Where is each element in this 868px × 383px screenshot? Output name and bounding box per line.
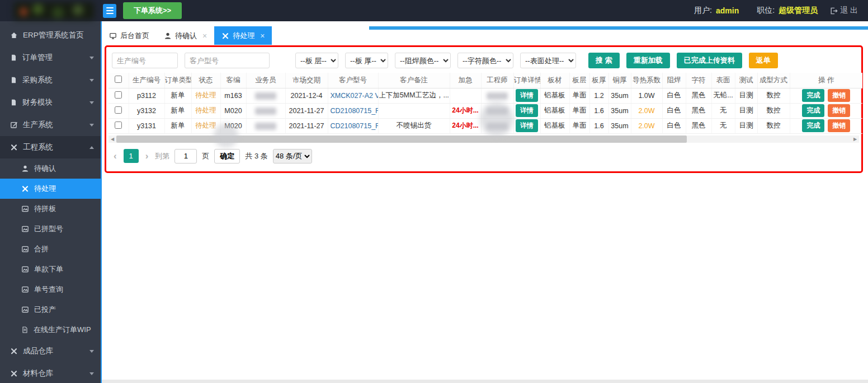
sidebar-item-online-wip[interactable]: 在线生产订单WIP (0, 320, 101, 340)
cell-thickness: 1.6 (589, 103, 608, 118)
tab-backend-home[interactable]: 后台首页 (102, 26, 157, 45)
cell-copper: 35um (608, 103, 631, 118)
sidebar-item-engineering[interactable]: 工程系统 (0, 136, 101, 158)
return-order-button[interactable]: 返单 (749, 53, 778, 68)
order-system-button[interactable]: 下单系统>> (123, 2, 182, 19)
surface-finish-select[interactable]: --表面处理-- (520, 53, 576, 68)
close-icon[interactable]: × (202, 31, 207, 40)
complete-button[interactable]: 完成 (802, 104, 824, 117)
picture-icon (21, 286, 29, 293)
confirm-button[interactable]: 确定 (214, 149, 240, 164)
production-no-input[interactable] (112, 53, 178, 68)
column-header: 阻焊 (662, 73, 686, 88)
goto-page-input[interactable] (174, 149, 197, 164)
sidebar-item-finished-warehouse[interactable]: 成品仓库 (0, 340, 101, 362)
page-size-select[interactable]: 48 条/页 (273, 149, 312, 164)
tab-pending-process[interactable]: 待处理 × (214, 26, 272, 45)
customer-model-link[interactable]: XMCK027-A2 V1... (328, 88, 378, 103)
cell-urgent (450, 88, 481, 103)
cell-material: 铝基板 (540, 118, 569, 133)
person-icon (21, 165, 29, 172)
redacted-blur (255, 108, 276, 115)
topbar: 下单系统>> 用户: admin 职位: 超级管理员 退 出 (0, 0, 868, 21)
sidebar-item-production[interactable]: 生产系统 (0, 114, 101, 136)
sidebar-item-panelized-models[interactable]: 已拼型号 (0, 219, 101, 239)
reload-button[interactable]: 重新加载 (626, 53, 670, 68)
role-value: 超级管理员 (779, 6, 818, 16)
page-1-button[interactable]: 1 (124, 149, 139, 163)
customer-model-input[interactable] (185, 53, 270, 68)
revoke-button[interactable]: 撤销 (828, 119, 850, 132)
close-icon[interactable]: × (260, 31, 265, 40)
scroll-right-icon[interactable]: ▶ (851, 136, 859, 143)
tab-pending-confirm[interactable]: 待确认 × (157, 26, 214, 45)
sidebar-item-combine[interactable]: 合拼 (0, 239, 101, 259)
page-horizontal-scrollbar[interactable] (102, 380, 868, 383)
table-horizontal-scrollbar[interactable]: ◀ ▶ (108, 136, 859, 143)
thermal-value: 2.0W (638, 107, 654, 115)
cell-salesman-redacted (246, 103, 285, 118)
soldermask-color-select[interactable]: --阻焊颜色-- (395, 53, 451, 68)
customer-model-link[interactable]: CD21080715_F6... (328, 118, 378, 133)
cell-layers: 单面 (569, 118, 589, 133)
scroll-left-icon[interactable]: ◀ (108, 136, 116, 143)
cell-customer-note: 上下加5MM工艺边，... (378, 88, 450, 103)
prev-page-button[interactable]: ‹ (112, 151, 119, 162)
cell-silkscreen: 黑色 (686, 103, 711, 118)
main-content: 后台首页 待确认 × 待处理 × --板 层-- (101, 21, 868, 383)
sidebar-item-home[interactable]: ERP管理系统首页 (0, 24, 101, 46)
home-icon (10, 31, 18, 39)
select-all-checkbox[interactable] (115, 76, 122, 83)
search-button[interactable]: 搜 索 (588, 53, 620, 68)
cell-surface: 无铅... (711, 88, 735, 103)
sidebar-item-in-production[interactable]: 已投产 (0, 300, 101, 320)
column-header: 板材 (540, 73, 569, 88)
row-checkbox[interactable] (115, 91, 122, 99)
complete-button[interactable]: 完成 (802, 119, 824, 132)
sidebar-item-material-warehouse[interactable]: 材料仓库 (0, 362, 101, 383)
cell-production-no: p3112 (129, 88, 164, 103)
sidebar-item-purchasing[interactable]: 采购系统 (0, 69, 101, 91)
board-thickness-select[interactable]: --板 厚-- (345, 53, 388, 68)
board-layer-select[interactable]: --板 层-- (295, 53, 338, 68)
detail-button[interactable]: 详情 (516, 104, 538, 117)
cell-copper: 35um (608, 118, 631, 133)
scrollbar-thumb[interactable] (116, 136, 687, 143)
detail-button[interactable]: 详情 (516, 89, 538, 102)
column-header: 板厚 (589, 73, 608, 88)
sidebar-item-orders[interactable]: 订单管理 (0, 46, 101, 69)
revoke-button[interactable]: 撤销 (828, 104, 850, 117)
cell-material: 铝基板 (540, 88, 569, 103)
revoke-button[interactable]: 撤销 (828, 89, 850, 102)
cell-layers: 单面 (569, 88, 589, 103)
detail-button[interactable]: 详情 (516, 119, 538, 132)
tools-icon (221, 32, 229, 40)
sidebar-item-order-lookup[interactable]: 单号查询 (0, 279, 101, 300)
picture-icon (21, 225, 29, 233)
row-checkbox[interactable] (115, 122, 122, 129)
total-count: 共 3 条 (245, 151, 267, 161)
cell-order-type: 新单 (164, 103, 191, 118)
complete-button[interactable]: 完成 (802, 89, 824, 102)
sidebar-item-pending-panelize[interactable]: 待拼板 (0, 199, 101, 219)
sidebar-item-finance[interactable]: 财务模块 (0, 91, 101, 114)
logout-button[interactable]: 退 出 (829, 6, 858, 16)
menu-toggle-button[interactable] (103, 4, 116, 18)
cell-soldermask: 白色 (662, 118, 686, 133)
row-checkbox[interactable] (115, 106, 122, 114)
silkscreen-color-select[interactable]: --字符颜色-- (457, 53, 513, 68)
column-header: 工程师 (481, 73, 513, 88)
next-page-button[interactable]: › (144, 151, 150, 162)
column-header: 生产编号 (129, 73, 164, 88)
cell-silkscreen: 黑色 (686, 88, 711, 103)
cell-layers: 单面 (569, 103, 589, 118)
tools-icon (10, 370, 18, 377)
column-header: 客编 (220, 73, 246, 88)
uploaded-files-button[interactable]: 已完成上传资料 (677, 53, 742, 68)
cell-thickness: 1.2 (589, 88, 608, 103)
sidebar-item-pending-process[interactable]: 待处理 (0, 179, 101, 199)
cell-test: 目测 (735, 118, 757, 133)
customer-model-link[interactable]: CD21080715_F2... (328, 103, 378, 118)
sidebar-item-single-order[interactable]: 单款下单 (0, 259, 101, 279)
sidebar-item-pending-confirm[interactable]: 待确认 (0, 158, 101, 179)
